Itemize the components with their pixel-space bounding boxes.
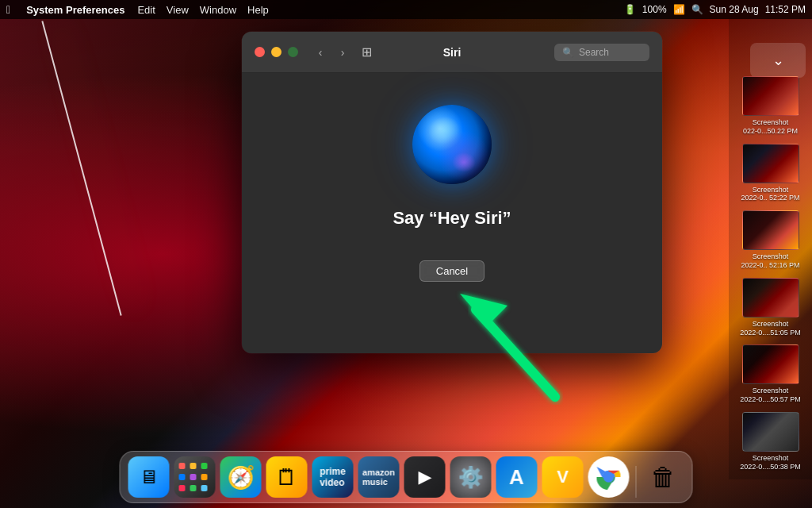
wifi-icon: 📶: [673, 4, 685, 15]
hey-siri-text: Say “Hey Siri”: [393, 208, 511, 229]
screenshot-label: Screenshot2022-0....50:38 PM: [740, 454, 801, 471]
siri-orb: [412, 105, 492, 184]
screenshot-label: Screenshot2022-0.. 52:16 PM: [741, 252, 799, 270]
menu-window[interactable]: Window: [200, 4, 236, 16]
search-icon: 🔍: [562, 47, 574, 58]
siri-orb-container: [412, 105, 492, 184]
menubar-left:  System Preferences Edit View Window He…: [6, 3, 269, 16]
dock-item-vpn[interactable]: V: [542, 456, 584, 498]
screenshot-thumb: [742, 210, 799, 250]
window-title: Siri: [443, 46, 462, 59]
cancel-button[interactable]: Cancel: [419, 260, 485, 282]
dock-item-appstore[interactable]: A: [496, 456, 538, 498]
minimize-button[interactable]: [271, 47, 282, 57]
maximize-button[interactable]: [288, 47, 298, 57]
screenshot-label: Screenshot2022-0.. 52:22 PM: [741, 186, 799, 203]
back-arrow-icon[interactable]: ‹: [311, 43, 330, 62]
screenshot-label: Screenshot2022-0....50:57 PM: [740, 387, 801, 404]
dock-item-trash[interactable]: 🗑: [643, 456, 684, 498]
dock-item-sysprefs[interactable]: ⚙️: [450, 456, 492, 498]
svg-point-4: [603, 471, 614, 482]
screenshot-label: Screenshot022-0...50.22 PM: [743, 118, 798, 136]
search-menubar-icon[interactable]: 🔍: [691, 4, 703, 15]
search-placeholder: Search: [579, 47, 609, 58]
list-item[interactable]: Screenshot2022-0.. 52:22 PM: [737, 140, 802, 206]
search-bar[interactable]: 🔍 Search: [554, 44, 649, 61]
list-item[interactable]: Screenshot2022-0....51:05 PM: [737, 275, 804, 341]
list-item[interactable]: Screenshot2022-0....50:38 PM: [737, 409, 804, 475]
menu-help[interactable]: Help: [247, 4, 269, 16]
siri-orb-inner: [412, 105, 492, 184]
list-item[interactable]: Screenshot2022-0....50:57 PM: [737, 341, 804, 407]
dock-item-finder[interactable]: 🖥: [128, 456, 170, 498]
window-content: Say “Hey Siri” Cancel: [242, 73, 662, 353]
screenshot-thumb: [742, 278, 799, 318]
preferences-window: ‹ › ⊞ Siri 🔍 Search Say “Hey Siri” Cance…: [242, 32, 662, 353]
menubar-date: Sun 28 Aug: [710, 4, 759, 15]
list-item[interactable]: Screenshot022-0...50.22 PM: [739, 73, 802, 139]
dock-item-launchpad[interactable]: [174, 456, 216, 498]
menu-edit[interactable]: Edit: [137, 4, 155, 16]
chevron-down-icon[interactable]: ⌄: [750, 43, 806, 78]
screenshot-thumb: [742, 76, 799, 116]
dock-item-prime[interactable]: primevideo: [312, 456, 354, 498]
dock-item-chrome[interactable]: [588, 456, 630, 498]
close-button[interactable]: [255, 47, 265, 57]
battery-percent: 100%: [642, 4, 667, 15]
screenshot-thumb: [742, 412, 799, 452]
forward-arrow-icon[interactable]: ›: [333, 43, 352, 62]
dock: 🖥 🧭 🗒 primevideo amazonmusic ▶ ⚙️ A V: [120, 451, 693, 503]
menubar-app-name[interactable]: System Preferences: [26, 4, 124, 16]
screenshots-panel: ⌄ Today Screenshot022-0...50.22 PM Scree…: [729, 19, 812, 479]
menu-view[interactable]: View: [167, 4, 189, 16]
list-item[interactable]: Screenshot2022-0.. 52:16 PM: [737, 207, 802, 273]
dock-separator: [636, 466, 637, 498]
dock-item-notes[interactable]: 🗒: [266, 456, 308, 498]
screenshot-label: Screenshot2022-0....51:05 PM: [740, 320, 801, 337]
screenshot-thumb: [742, 144, 799, 183]
traffic-lights: [255, 47, 298, 57]
dock-item-amazon-music[interactable]: amazonmusic: [358, 456, 400, 498]
menubar-time: 11:52 PM: [765, 4, 806, 15]
dock-item-safari[interactable]: 🧭: [220, 456, 262, 498]
grid-icon[interactable]: ⊞: [362, 44, 372, 60]
menubar-items: Edit View Window Help: [137, 4, 268, 16]
apple-logo-icon[interactable]: : [6, 3, 10, 16]
menubar:  System Preferences Edit View Window He…: [0, 0, 812, 19]
dock-item-appletv[interactable]: ▶: [404, 456, 446, 498]
menubar-right: 🔋 100% 📶 🔍 Sun 28 Aug 11:52 PM: [624, 4, 806, 15]
nav-arrows: ‹ ›: [311, 43, 352, 62]
titlebar: ‹ › ⊞ Siri 🔍 Search: [242, 32, 662, 73]
screenshot-thumb: [742, 344, 799, 384]
battery-icon: 🔋: [624, 4, 636, 15]
